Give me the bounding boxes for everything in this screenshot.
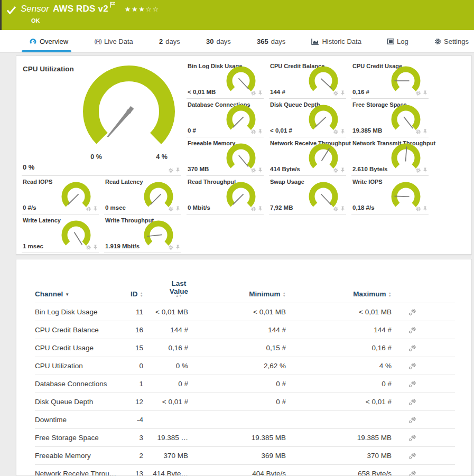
channel-row-free-storage-space[interactable]: Free Storage Space 3 19.385 … 19.385 MB … — [35, 429, 455, 447]
gauge-cpu-credit-usage[interactable]: CPU Credit Usage 0,16 # — [351, 60, 429, 99]
tab-log[interactable]: Log — [387, 30, 408, 52]
channel-id: 1 — [127, 380, 143, 388]
gauge-value: 0 Mbit/s — [188, 204, 210, 211]
gear-icon[interactable] — [250, 129, 256, 135]
pin-icon[interactable] — [423, 167, 427, 173]
gauge-dial — [308, 66, 339, 92]
gear-icon[interactable] — [86, 245, 91, 250]
column-header-max[interactable]: Maximum▲▼ — [286, 290, 392, 298]
gear-icon[interactable] — [168, 206, 174, 212]
channel-settings-gear-icon[interactable] — [408, 362, 416, 370]
channel-settings-gear-icon[interactable] — [408, 452, 416, 460]
column-header-min[interactable]: Minimum▲▼ — [188, 290, 286, 298]
gauge-needle — [404, 117, 413, 128]
channel-row-disk-queue-depth[interactable]: Disk Queue Depth 12 < 0,01 # 0 # < 0,01 … — [35, 393, 455, 411]
gear-icon[interactable] — [333, 90, 339, 96]
tab-overview[interactable]: Overview — [29, 30, 68, 52]
column-header-last[interactable]: LastValue ▲▼ — [143, 279, 188, 298]
pin-icon[interactable] — [258, 167, 263, 173]
tab-live-data[interactable]: ((•)) Live Data — [94, 30, 133, 52]
channel-row-downtime[interactable]: Downtime -4 — [35, 411, 455, 429]
tab-2-days[interactable]: 2 days — [159, 30, 180, 52]
gear-icon[interactable] — [168, 245, 174, 250]
gauge-read-iops[interactable]: Read IOPS 0 #/s — [22, 176, 99, 214]
channel-settings-gear-icon[interactable] — [408, 470, 416, 476]
tab-365-days[interactable]: 365 days — [257, 30, 285, 52]
gauge-freeable-memory[interactable]: Freeable Memory 370 MB — [187, 137, 264, 176]
channel-row-cpu-credit-balance[interactable]: CPU Credit Balance 16 144 # 144 # 144 # — [35, 321, 455, 339]
gear-icon[interactable] — [415, 206, 421, 212]
gauge-write-throughput[interactable]: Write Throughput 1.919 Mbit/s — [104, 214, 181, 253]
star-filled-icon[interactable]: ★ — [132, 5, 138, 13]
gauge-read-latency[interactable]: Read Latency 0 msec — [104, 176, 181, 214]
gauge-database-connections[interactable]: Database Connections 0 # — [187, 99, 264, 137]
pin-icon[interactable] — [175, 245, 180, 250]
channel-settings-gear-icon[interactable] — [408, 380, 416, 388]
channel-last-value: 0 # — [143, 380, 188, 388]
channel-row-bin-log-disk-usage[interactable]: Bin Log Disk Usage 11 < 0,01 MB < 0,01 M… — [35, 303, 455, 321]
pin-icon[interactable] — [340, 206, 345, 212]
gauge-swap-usage[interactable]: Swap Usage 7,92 MB — [269, 176, 346, 214]
pin-icon[interactable] — [258, 206, 263, 212]
gear-icon[interactable] — [415, 129, 421, 135]
gauge-read-throughput[interactable]: Read Throughput 0 Mbit/s — [187, 176, 264, 214]
channel-settings — [392, 309, 436, 316]
channel-row-network-receive-throu-[interactable]: Network Receive Throu… 13 414 Byte… 404 … — [35, 465, 455, 476]
pin-icon[interactable] — [258, 90, 263, 96]
flag-icon[interactable] — [110, 1, 115, 10]
channel-minimum: 0 # — [188, 398, 286, 406]
gear-icon[interactable] — [333, 167, 339, 173]
pin-icon[interactable] — [258, 129, 263, 135]
channel-settings-gear-icon[interactable] — [408, 416, 416, 424]
channel-settings-gear-icon[interactable] — [408, 434, 416, 442]
channel-row-freeable-memory[interactable]: Freeable Memory 2 370 MB 369 MB 370 MB — [35, 447, 455, 465]
pin-icon[interactable] — [423, 206, 427, 212]
star-filled-icon[interactable]: ★ — [138, 5, 145, 13]
gear-icon[interactable] — [250, 206, 256, 212]
pin-icon[interactable] — [340, 129, 345, 135]
pin-icon[interactable] — [423, 129, 427, 135]
column-header-id[interactable]: ID▲▼ — [127, 290, 143, 298]
gear-icon[interactable] — [415, 167, 421, 173]
channel-settings — [392, 326, 436, 334]
gauge-network-receive-throughput[interactable]: Network Receive Throughput 414 Byte/s — [269, 137, 346, 176]
gauge-bin-log-disk-usage[interactable]: Bin Log Disk Usage < 0,01 MB — [187, 60, 264, 99]
channel-settings — [392, 344, 436, 352]
gear-icon[interactable] — [333, 129, 339, 135]
gear-icon[interactable] — [86, 206, 91, 212]
pin-icon[interactable] — [93, 206, 98, 212]
gauge-actions — [415, 90, 427, 96]
channel-settings-gear-icon[interactable] — [408, 326, 416, 334]
tab-settings[interactable]: Settings — [434, 30, 469, 52]
channel-settings-gear-icon[interactable] — [408, 344, 416, 352]
column-header-channel[interactable]: Channel▼ — [35, 290, 127, 298]
gear-icon[interactable] — [333, 206, 339, 212]
pin-icon[interactable] — [423, 90, 427, 96]
tab-historic-data[interactable]: Historic Data — [311, 30, 361, 52]
star-empty-icon[interactable]: ☆ — [152, 5, 159, 13]
pin-icon[interactable] — [93, 245, 98, 250]
gauge-write-latency[interactable]: Write Latency 1 msec — [22, 214, 99, 253]
channel-row-cpu-utilization[interactable]: CPU Utilization 0 0 % 2,62 % 4 % — [35, 357, 455, 375]
gauge-cpu-utilization[interactable]: CPU Utilization 0 % 4 % 0 % — [22, 60, 181, 176]
channel-settings-gear-icon[interactable] — [408, 309, 416, 316]
pin-icon[interactable] — [175, 206, 180, 212]
gauge-cpu-credit-balance[interactable]: CPU Credit Balance 144 # — [269, 60, 346, 99]
star-empty-icon[interactable]: ☆ — [145, 5, 152, 13]
gauge-disk-queue-depth[interactable]: Disk Queue Depth < 0,01 # — [269, 99, 346, 137]
channel-row-database-connections[interactable]: Database Connections 1 0 # 0 # 0 # — [35, 375, 455, 393]
gauge-free-storage-space[interactable]: Free Storage Space 19.385 MB — [351, 99, 429, 137]
channel-row-cpu-credit-usage[interactable]: CPU Credit Usage 15 0,16 # 0,15 # 0,16 # — [35, 339, 455, 357]
gear-icon[interactable] — [415, 90, 421, 96]
pin-icon[interactable] — [175, 167, 180, 173]
pin-icon[interactable] — [340, 167, 345, 173]
gear-icon[interactable] — [250, 167, 256, 173]
gauge-network-transmit-throughput[interactable]: Network Transmit Throughput 2.610 Byte/s — [351, 137, 429, 176]
gear-icon[interactable] — [168, 167, 174, 173]
pin-icon[interactable] — [340, 90, 345, 96]
gauge-write-iops[interactable]: Write IOPS 0,18 #/s — [351, 176, 429, 214]
gear-icon[interactable] — [250, 90, 256, 96]
channel-settings-gear-icon[interactable] — [408, 398, 416, 406]
star-filled-icon[interactable]: ★ — [125, 5, 132, 13]
tab-30-days[interactable]: 30 days — [206, 30, 231, 52]
